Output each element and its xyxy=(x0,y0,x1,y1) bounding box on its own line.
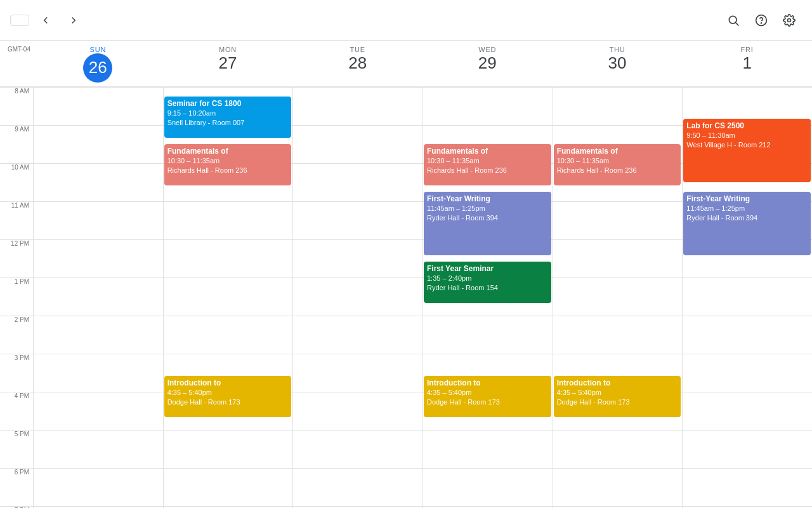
hour-row-10: 5 PM xyxy=(0,430,812,468)
grid-cell-11-5 xyxy=(682,468,812,506)
grid-cell-11-2 xyxy=(292,468,422,506)
calendar-header xyxy=(0,0,812,41)
grid-cell-10-5 xyxy=(682,430,812,468)
grid-cell-4-0 xyxy=(33,201,163,239)
svg-point-0 xyxy=(729,16,737,23)
day-number-sun[interactable]: 26 xyxy=(83,53,112,83)
timezone-label: GMT-04 xyxy=(0,41,33,53)
prev-button[interactable] xyxy=(34,9,57,32)
time-label-10: 5 PM xyxy=(0,430,33,468)
event-fundamentals-mon[interactable]: Fundamentals of10:30 – 11:35amRichards H… xyxy=(164,144,292,185)
time-label-7: 2 PM xyxy=(0,316,33,354)
help-button[interactable] xyxy=(749,8,774,33)
event-intro-thu[interactable]: Introduction to4:35 – 5:40pmDodge Hall -… xyxy=(554,376,681,417)
grid-cell-7-2 xyxy=(292,316,422,354)
grid-cell-6-5 xyxy=(682,277,812,316)
grid-cell-10-4 xyxy=(553,430,683,468)
event-intro-wed[interactable]: Introduction to4:35 – 5:40pmDodge Hall -… xyxy=(424,376,551,417)
grid-cell-7-1 xyxy=(163,316,293,354)
day-headers-row: GMT-04 SUN 26 MON 27 TUE 28 WED 29 THU 3… xyxy=(0,41,812,87)
grid-cell-10-2 xyxy=(292,430,422,468)
day-name-wed: WED xyxy=(478,46,496,53)
grid-cell-10-0 xyxy=(33,430,163,468)
grid-cell-6-2 xyxy=(292,277,422,316)
hour-row-11: 6 PM xyxy=(0,468,812,506)
grid-cell-8-2 xyxy=(292,354,422,392)
day-number-fri[interactable]: 1 xyxy=(742,53,751,73)
day-header-wed: WED 29 xyxy=(422,41,553,86)
hour-row-7: 2 PM xyxy=(0,316,812,354)
grid-cell-8-0 xyxy=(33,354,163,392)
time-label-8: 3 PM xyxy=(0,354,33,392)
grid-cell-5-1 xyxy=(163,239,293,277)
day-number-wed[interactable]: 29 xyxy=(478,53,497,73)
next-button[interactable] xyxy=(62,9,85,32)
grid-cell-11-1 xyxy=(163,468,293,506)
grid-cell-11-4 xyxy=(553,468,683,506)
grid-cell-11-3 xyxy=(422,468,553,506)
event-fundamentals-thu[interactable]: Fundamentals of10:30 – 11:35amRichards H… xyxy=(554,144,681,185)
time-label-4: 11 AM xyxy=(0,201,33,239)
time-label-11: 6 PM xyxy=(0,468,33,506)
grid-cell-5-2 xyxy=(292,239,422,277)
search-button[interactable] xyxy=(721,8,746,33)
grid-cell-10-3 xyxy=(422,430,553,468)
time-label-1: 8 AM xyxy=(0,87,33,125)
grid-cell-5-4 xyxy=(553,239,683,277)
grid-cell-6-1 xyxy=(163,277,293,316)
grid-cell-9-2 xyxy=(292,392,422,430)
day-number-thu[interactable]: 30 xyxy=(608,53,627,73)
hour-row-9: 4 PM xyxy=(0,392,812,430)
settings-button[interactable] xyxy=(776,8,802,33)
day-name-thu: THU xyxy=(609,46,625,53)
event-lab-cs2500-fri[interactable]: Lab for CS 25009:50 – 11:30amWest Villag… xyxy=(683,119,811,182)
grid-cell-7-4 xyxy=(553,316,683,354)
time-label-2: 9 AM xyxy=(0,125,33,163)
grid-cell-2-0 xyxy=(33,125,163,163)
time-label-6: 1 PM xyxy=(0,277,33,316)
time-label-9: 4 PM xyxy=(0,392,33,430)
grid-cell-11-0 xyxy=(33,468,163,506)
grid-cell-10-1 xyxy=(163,430,293,468)
day-name-sun: SUN xyxy=(90,46,107,53)
grid-cell-4-4 xyxy=(553,201,683,239)
grid-cell-6-4 xyxy=(553,277,683,316)
day-header-tue: TUE 28 xyxy=(292,41,422,86)
grid-cell-1-0 xyxy=(33,87,163,125)
time-label-5: 12 PM xyxy=(0,239,33,277)
event-firstyear-seminar-wed[interactable]: First Year Seminar1:35 – 2:40pmRyder Hal… xyxy=(424,262,551,303)
grid-cell-7-3 xyxy=(422,316,553,354)
day-number-mon[interactable]: 27 xyxy=(219,53,237,73)
day-number-tue[interactable]: 28 xyxy=(348,53,367,73)
day-header-fri: FRI 1 xyxy=(682,41,812,86)
grid-cell-7-0 xyxy=(33,316,163,354)
time-label-3: 10 AM xyxy=(0,163,33,201)
day-header-thu: THU 30 xyxy=(553,41,683,86)
calendar-body[interactable]: 8 AM9 AM10 AM11 AM12 PM1 PM2 PM3 PM4 PM5… xyxy=(0,87,812,508)
event-firstyear-writing-fri[interactable]: First-Year Writing11:45am – 1:25pmRyder … xyxy=(683,192,811,255)
event-seminar-cs1800[interactable]: Seminar for CS 18009:15 – 10:20amSnell L… xyxy=(164,97,292,138)
calendar-view: GMT-04 SUN 26 MON 27 TUE 28 WED 29 THU 3… xyxy=(0,41,812,508)
day-name-tue: TUE xyxy=(350,46,365,53)
grid-cell-2-2 xyxy=(292,125,422,163)
grid-cell-4-1 xyxy=(163,201,293,239)
day-name-fri: FRI xyxy=(741,46,754,53)
grid-cell-1-4 xyxy=(553,87,683,125)
grid-cell-5-0 xyxy=(33,239,163,277)
grid-cell-3-0 xyxy=(33,163,163,201)
grid-cell-4-2 xyxy=(292,201,422,239)
grid-cell-9-0 xyxy=(33,392,163,430)
event-firstyear-writing-wed[interactable]: First-Year Writing11:45am – 1:25pmRyder … xyxy=(424,192,551,255)
grid-cell-1-3 xyxy=(422,87,553,125)
svg-line-1 xyxy=(736,22,739,25)
hour-row-8: 3 PM xyxy=(0,354,812,392)
grid-cell-6-0 xyxy=(33,277,163,316)
today-button[interactable] xyxy=(10,15,29,26)
hour-row-6: 1 PM xyxy=(0,277,812,316)
event-fundamentals-wed[interactable]: Fundamentals of10:30 – 11:35amRichards H… xyxy=(424,144,551,185)
grid-cell-9-5 xyxy=(682,392,812,430)
grid-cell-8-5 xyxy=(682,354,812,392)
event-intro-mon[interactable]: Introduction to4:35 – 5:40pmDodge Hall -… xyxy=(164,376,292,417)
grid-cell-3-2 xyxy=(292,163,422,201)
svg-point-4 xyxy=(788,18,791,22)
